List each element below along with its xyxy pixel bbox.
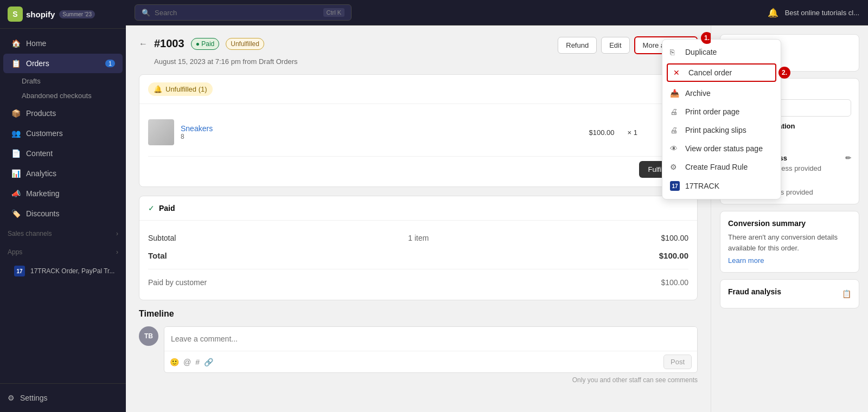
orders-badge: 1 — [105, 60, 115, 67]
cancel-icon: ✕ — [673, 68, 683, 77]
post-button[interactable]: Post — [663, 355, 692, 369]
product-row: Sneakers 8 $100.00 × 1 $100.00 — [148, 113, 688, 152]
store-name: Best online tutorials cl... — [785, 9, 859, 17]
sidebar-item-discounts[interactable]: 🏷️ Discounts — [3, 204, 123, 223]
dropdown-print-order[interactable]: 🖨 Print order page — [662, 102, 781, 121]
refund-button[interactable]: Refund — [558, 37, 597, 54]
product-image — [148, 119, 174, 145]
sidebar-nav: 🏠 Home 📋 Orders 1 Drafts Abandoned check… — [0, 29, 126, 383]
search-input[interactable] — [155, 9, 319, 17]
order-main: ← #1003 ● Paid Unfulfilled Refund Edit M… — [126, 25, 711, 412]
print-order-icon: 🖨 — [670, 107, 680, 116]
step2-badge: 2. — [778, 67, 790, 79]
hashtag-icon[interactable]: # — [195, 358, 200, 366]
sidebar-item-orders[interactable]: 📋 Orders 1 — [3, 54, 123, 73]
comment-box: 🙂 @ # 🔗 Post — [164, 326, 698, 373]
sidebar-item-drafts[interactable]: Drafts — [0, 74, 126, 88]
conversion-text: There aren't any conversion details avai… — [728, 232, 851, 253]
content-icon: 📄 — [11, 149, 21, 158]
sales-channels-section: Sales channels › — [0, 226, 126, 242]
sidebar-item-marketing[interactable]: 📣 Marketing — [3, 184, 123, 203]
fraud-title: Fraud analysis — [728, 287, 781, 296]
customers-icon: 👥 — [11, 128, 21, 138]
dropdown-fraud-rule[interactable]: ⚙ Create Fraud Rule — [662, 158, 781, 176]
order-header-row: ← #1003 ● Paid Unfulfilled Refund Edit M… — [139, 36, 698, 54]
view-status-icon: 👁 — [670, 144, 680, 153]
dropdown-print-packing[interactable]: 🖨 Print packing slips — [662, 121, 781, 139]
sidebar-item-abandoned[interactable]: Abandoned checkouts — [0, 88, 126, 103]
product-info: Sneakers 8 — [181, 124, 583, 140]
paid-badge: ● Paid — [191, 38, 220, 50]
17track-menu-icon: 17 — [670, 181, 680, 191]
payment-card: ✓ Paid Subtotal 1 item $100.00 Total $10… — [139, 196, 698, 300]
payment-divider — [148, 269, 688, 269]
sidebar-header: S shopify Summer '23 — [0, 0, 126, 29]
fraud-header: Fraud analysis 📋 — [728, 287, 851, 300]
orders-icon: 📋 — [11, 59, 21, 68]
search-bar[interactable]: 🔍 Ctrl K — [135, 4, 352, 21]
settings-item[interactable]: ⚙ Settings — [8, 389, 118, 407]
unfulfilled-card: 🔔 Unfulfilled (1) ··· Sneakers 8 — [139, 74, 698, 187]
timeline-section: Timeline TB 🙂 @ # 🔗 Post Only y — [139, 309, 698, 384]
timeline-title: Timeline — [139, 309, 698, 319]
fraud-rule-icon: ⚙ — [670, 163, 680, 171]
product-price: $100.00 — [589, 128, 615, 137]
analytics-icon: 📊 — [11, 169, 21, 178]
dropdown-17track[interactable]: 17 17TRACK — [662, 176, 781, 196]
settings-icon: ⚙ — [8, 394, 15, 402]
shopify-logo: S shopify — [8, 7, 55, 22]
fulfill-btn-row: Fulfill item — [148, 156, 688, 178]
logo-text: shopify — [26, 10, 55, 19]
duplicate-icon: ⎘ — [670, 48, 680, 56]
product-variant: 8 — [181, 133, 583, 140]
product-qty: × 1 — [628, 128, 637, 137]
fraud-icon: 📋 — [842, 289, 851, 298]
sidebar-item-home[interactable]: 🏠 Home — [3, 34, 123, 53]
sidebar-footer: ⚙ Settings — [0, 383, 126, 412]
comment-input[interactable] — [164, 327, 697, 351]
marketing-icon: 📣 — [11, 189, 21, 198]
topbar-right: 🔔 Best online tutorials cl... — [768, 8, 859, 18]
sidebar-item-17track[interactable]: 17 17TRACK Order, PayPal Tr... — [3, 261, 123, 281]
more-actions-dropdown: ⎘ Duplicate ✕ Cancel order 2. 📥 Archive … — [662, 39, 781, 199]
sidebar-item-customers[interactable]: 👥 Customers — [3, 124, 123, 143]
discounts-icon: 🏷️ — [11, 209, 21, 218]
dropdown-archive[interactable]: 📥 Archive — [662, 84, 781, 102]
unfulfilled-emoji: 🔔 — [154, 85, 162, 93]
print-packing-icon: 🖨 — [670, 126, 680, 134]
timeline-note: Only you and other staff can see comment… — [139, 376, 698, 384]
search-icon: 🔍 — [142, 9, 150, 17]
fraud-card: Fraud analysis 📋 — [720, 279, 859, 308]
sidebar: S shopify Summer '23 🏠 Home 📋 Orders 1 D… — [0, 0, 126, 412]
search-shortcut: Ctrl K — [323, 8, 345, 17]
dropdown-view-status[interactable]: 👁 View order status page — [662, 139, 781, 158]
notification-bell[interactable]: 🔔 — [768, 8, 778, 18]
comment-footer: 🙂 @ # 🔗 Post — [164, 351, 697, 372]
edit-button[interactable]: Edit — [601, 37, 629, 54]
order-header: ← #1003 ● Paid Unfulfilled — [139, 37, 558, 50]
subtotal-row: Subtotal 1 item $100.00 — [148, 229, 688, 247]
sidebar-item-analytics[interactable]: 📊 Analytics — [3, 164, 123, 183]
archive-icon: 📥 — [670, 89, 680, 98]
dropdown-duplicate[interactable]: ⎘ Duplicate — [662, 43, 781, 61]
back-button[interactable]: ← — [139, 39, 148, 49]
unfulfilled-badge: Unfulfilled — [226, 38, 264, 50]
conversion-card: Conversion summary There aren't any conv… — [720, 211, 859, 273]
dropdown-cancel[interactable]: ✕ Cancel order 2. — [667, 63, 776, 82]
step1-badge: 1. — [701, 32, 711, 44]
conversion-title: Conversion summary — [728, 219, 851, 228]
17track-icon: 17 — [14, 266, 25, 276]
product-name[interactable]: Sneakers — [181, 124, 583, 133]
shipping-edit-icon[interactable]: ✏ — [845, 154, 851, 162]
timeline-input-area: TB 🙂 @ # 🔗 Post — [139, 326, 698, 373]
sidebar-item-products[interactable]: 📦 Products — [3, 104, 123, 123]
learn-more-link[interactable]: Learn more — [728, 256, 851, 265]
paid-by-row: Paid by customer $100.00 — [148, 274, 688, 291]
logo-icon: S — [8, 7, 23, 22]
sidebar-item-content[interactable]: 📄 Content — [3, 144, 123, 163]
paid-icon: ✓ — [148, 204, 155, 213]
order-subtitle: August 15, 2023 at 7:16 pm from Draft Or… — [154, 57, 698, 66]
attachment-icon[interactable]: 🔗 — [204, 358, 213, 366]
mention-icon[interactable]: @ — [183, 358, 191, 366]
emoji-icon[interactable]: 🙂 — [170, 358, 179, 366]
